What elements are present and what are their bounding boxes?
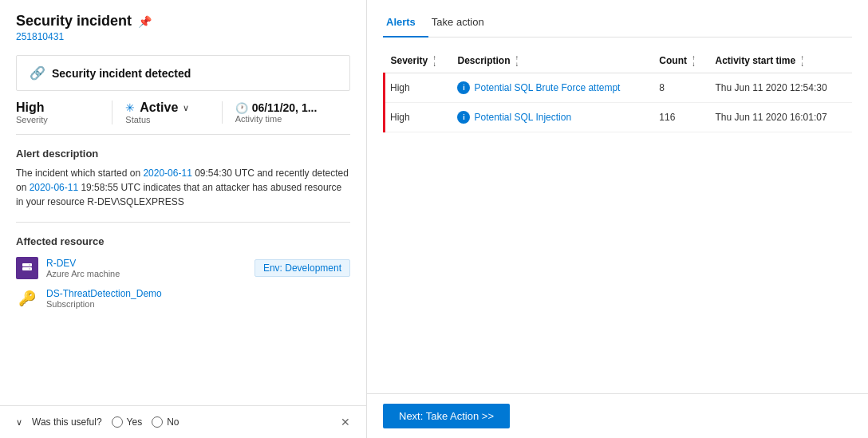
alerts-table: Severity Description Count Activity star… [383,50,852,132]
server-icon [16,257,38,279]
col-severity[interactable]: Severity [385,50,452,73]
svg-point-3 [29,268,30,270]
left-panel: Security incident 📌 251810431 🔗 Security… [0,0,367,438]
bottom-bar: Next: Take Action >> [367,393,868,438]
key-icon: 🔑 [16,287,38,310]
shield-icon-1: i [457,111,470,124]
resource-type-rdev: Azure Arc machine [46,269,120,278]
svg-point-2 [29,264,30,266]
pin-icon[interactable]: 📌 [138,15,152,28]
date-link-2[interactable]: 2020-06-11 [30,182,78,193]
right-panel: Alerts Take action Severity Description … [367,0,868,438]
status-box: ✳ Active ∨ Status [112,101,221,124]
svg-rect-0 [22,263,32,266]
sort-activity-icon[interactable] [801,55,804,68]
desc-text-1: The incident which started on [16,168,143,179]
chevron-down-icon[interactable]: ∨ [183,103,189,113]
feedback-no-option[interactable]: No [152,416,179,428]
env-badge: Env: Development [254,259,350,277]
tabs-row: Alerts Take action [383,10,852,37]
severity-cell-0: High [385,73,452,103]
activity-label: Activity time [235,114,350,124]
incident-header: 🔗 Security incident detected [16,55,350,91]
status-label: Status [125,115,221,124]
status-row-inner: ✳ Active ∨ [125,101,221,115]
resource-item-ds: 🔑 DS-ThreatDetection_Demo Subscription [16,287,350,310]
status-value: Active [140,101,178,115]
activity-cell-1: Thu Jun 11 2020 16:01:07 [708,103,852,132]
svg-rect-1 [22,267,32,270]
sort-count-icon[interactable] [692,55,695,68]
table-header-row: Severity Description Count Activity star… [385,50,853,73]
yes-radio[interactable] [112,416,123,428]
feedback-yes-option[interactable]: Yes [112,416,143,428]
incident-id: 251810431 [16,31,350,42]
table-row: HighiPotential SQL Brute Force attempt8T… [385,73,853,103]
no-radio[interactable] [152,416,163,428]
resource-name-rdev[interactable]: R-DEV [46,258,120,269]
spinner-icon: ✳ [125,101,135,114]
count-cell-1: 116 [653,103,708,132]
resource-text-rdev: R-DEV Azure Arc machine [46,258,120,278]
incident-header-label: Security incident detected [52,67,191,80]
resource-text-ds: DS-ThreatDetection_Demo Subscription [46,288,162,309]
clock-icon: 🕐 [235,102,248,114]
shield-icon-0: i [457,81,470,94]
resource-name-ds[interactable]: DS-ThreatDetection_Demo [46,288,162,299]
description-cell-1: iPotential SQL Injection [451,103,653,132]
severity-box: High Severity [16,101,112,124]
resource-type-ds: Subscription [46,299,162,309]
feedback-yes-label: Yes [127,416,143,428]
feedback-chevron-icon[interactable]: ∨ [16,417,22,428]
divider [16,222,350,223]
feedback-label: Was this useful? [32,416,102,428]
affected-resource-title: Affected resource [16,235,350,247]
network-icon: 🔗 [30,65,45,81]
severity-value: High [16,101,112,115]
panel-title: Security incident [16,13,132,30]
activity-row-inner: 🕐 06/11/20, 1... [235,101,350,114]
sort-description-icon[interactable] [515,55,519,68]
severity-row: High Severity ✳ Active ∨ Status 🕐 06/11/… [16,101,350,135]
description-cell-0: iPotential SQL Brute Force attempt [451,73,653,103]
tab-take-action[interactable]: Take action [428,10,497,37]
col-activity-start[interactable]: Activity start time [708,50,852,73]
alert-link-0[interactable]: iPotential SQL Brute Force attempt [457,81,646,94]
panel-title-row: Security incident 📌 [16,13,350,30]
severity-label: Severity [16,115,112,124]
alert-desc-text: The incident which started on 2020-06-11… [16,166,350,209]
severity-cell-1: High [385,103,452,132]
sort-severity-icon[interactable] [433,55,436,68]
count-cell-0: 8 [653,73,708,103]
col-count[interactable]: Count [653,50,708,73]
alert-desc-title: Alert description [16,148,350,160]
col-description[interactable]: Description [451,50,653,73]
feedback-bar: ∨ Was this useful? Yes No ✕ [0,405,366,438]
resource-item-rdev: R-DEV Azure Arc machine Env: Development [16,257,350,279]
feedback-close-button[interactable]: ✕ [341,416,350,428]
tab-alerts[interactable]: Alerts [383,10,428,37]
activity-cell-0: Thu Jun 11 2020 12:54:30 [708,73,852,103]
alert-link-1[interactable]: iPotential SQL Injection [457,111,646,124]
next-take-action-button[interactable]: Next: Take Action >> [383,404,510,428]
activity-value: 06/11/20, 1... [252,101,318,114]
date-link-1[interactable]: 2020-06-11 [143,168,191,179]
table-row: HighiPotential SQL Injection116Thu Jun 1… [385,103,853,132]
feedback-no-label: No [167,416,179,428]
activity-box: 🕐 06/11/20, 1... Activity time [222,101,350,124]
